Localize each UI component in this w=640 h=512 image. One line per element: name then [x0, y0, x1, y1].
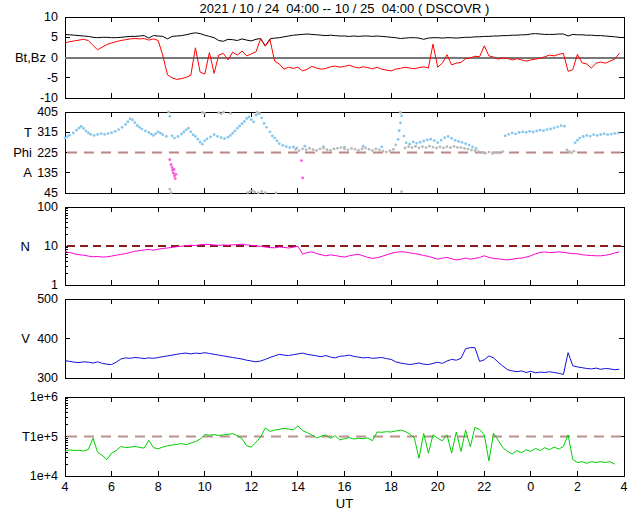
ytick-phi: 225	[37, 146, 58, 160]
plot-canvas: 1050-5-10405315225135451001015004003001e…	[0, 0, 640, 512]
panel-phi: 40531522513545	[37, 105, 624, 200]
ytick-n: 10	[44, 239, 58, 253]
ytick-v: 400	[37, 332, 58, 346]
panel-v: 500400300	[37, 292, 624, 385]
ytick-n: 1	[51, 278, 58, 292]
xtick-label: 22	[477, 480, 491, 494]
ytick-bt-bz: 0	[51, 51, 58, 65]
panel-bt-bz: 1050-5-10	[40, 10, 624, 105]
ytick-phi: 405	[37, 105, 58, 119]
ytick-bt-bz: -5	[47, 71, 58, 85]
x-axis-label: UT	[65, 496, 624, 511]
ytick-phi: 45	[44, 186, 58, 200]
ytick-t: 1e+6	[30, 390, 58, 404]
ytick-t: 1e+5	[30, 430, 58, 444]
phi-magenta	[168, 158, 304, 180]
xtick-label: 4	[621, 480, 628, 494]
ytick-v: 500	[37, 292, 58, 306]
ytick-phi: 135	[37, 166, 58, 180]
xtick-label: 4	[62, 480, 69, 494]
xtick-label: 10	[198, 480, 212, 494]
xtick-label: 12	[244, 480, 258, 494]
ytick-t: 1e+4	[30, 469, 58, 483]
ytick-v: 300	[37, 371, 58, 385]
phi-cyan	[64, 112, 620, 150]
ytick-phi: 315	[37, 125, 58, 139]
xtick-label: 20	[431, 480, 445, 494]
xtick-label: 16	[338, 480, 352, 494]
series-t	[65, 426, 615, 464]
ytick-bt-bz: -10	[40, 91, 58, 105]
ytick-bt-bz: 5	[51, 30, 58, 44]
ytick-bt-bz: 10	[44, 10, 58, 24]
xtick-label: 14	[291, 480, 305, 494]
xtick-label: 0	[527, 480, 534, 494]
ytick-n: 100	[37, 200, 58, 214]
panel-t: 1e+61e+51e+4	[30, 390, 624, 483]
xtick-label: 6	[108, 480, 115, 494]
panel-n: 100101	[37, 200, 624, 292]
xtick-label: 18	[384, 480, 398, 494]
xtick-label: 8	[155, 480, 162, 494]
series-bz	[65, 39, 619, 80]
series-v	[65, 348, 619, 375]
dscovr-solar-wind-plot: 2021 / 10 / 24 04:00 -- 10 / 25 04:00 ( …	[0, 0, 640, 512]
xtick-label: 2	[574, 480, 581, 494]
series-bt	[65, 33, 619, 46]
